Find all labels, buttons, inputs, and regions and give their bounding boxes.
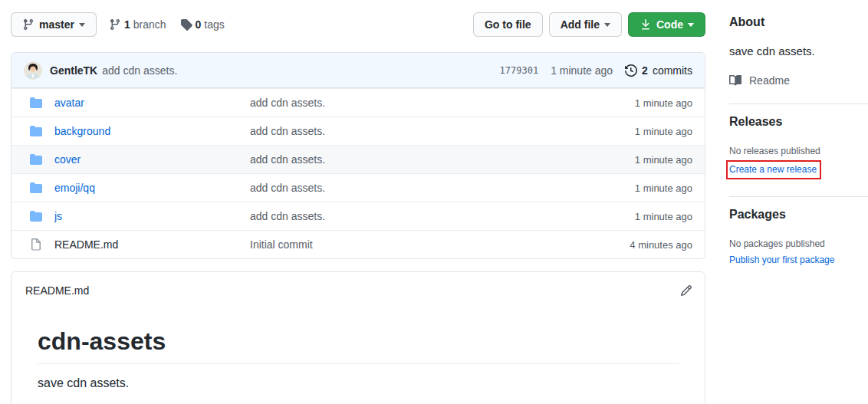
folder-icon — [30, 210, 42, 222]
file-link[interactable]: emoji/qq — [54, 182, 250, 194]
tag-count: 0 — [196, 18, 202, 31]
chevron-down-icon — [604, 23, 610, 27]
table-row: emoji/qq add cdn assets. 1 minute ago — [12, 173, 705, 202]
readme-link-label: Readme — [749, 74, 790, 87]
add-file-button[interactable]: Add file — [549, 12, 622, 37]
table-row: avatar add cdn assets. 1 minute ago — [12, 88, 705, 117]
packages-heading: Packages — [729, 208, 868, 222]
annotation-highlight: Create a new release — [726, 160, 821, 179]
table-row: README.md Initial commit 4 minutes ago — [12, 230, 705, 258]
commits-history-link[interactable]: 2 commits — [625, 64, 692, 77]
tag-icon — [180, 18, 192, 31]
commit-message-link[interactable]: add cdn assets. — [250, 125, 585, 137]
commit-author-link[interactable]: GentleTK — [50, 64, 97, 77]
publish-package-link[interactable]: Publish your first package — [729, 254, 834, 267]
table-row: background add cdn assets. 1 minute ago — [12, 117, 705, 145]
commit-timestamp: 1 minute ago — [551, 64, 613, 77]
readme-body: cdn-assets save cdn assets. — [12, 303, 705, 404]
repo-toolbar: master 1 branch 0 tags — [11, 12, 705, 37]
chevron-down-icon — [688, 23, 694, 27]
book-icon — [729, 74, 741, 87]
history-clock-icon — [625, 64, 637, 77]
tag-count-label: tags — [204, 18, 224, 31]
file-age: 1 minute ago — [585, 97, 692, 109]
file-link[interactable]: avatar — [54, 97, 250, 109]
table-row: js add cdn assets. 1 minute ago — [12, 202, 705, 230]
readme-text: save cdn assets. — [38, 376, 679, 390]
main-column: master 1 branch 0 tags — [11, 12, 705, 404]
packages-empty-text: No packages published — [729, 237, 868, 251]
about-heading: About — [729, 15, 868, 29]
code-button-label: Code — [656, 18, 683, 31]
commit-count-label: commits — [653, 64, 692, 77]
code-button[interactable]: Code — [628, 12, 705, 37]
git-branch-icon — [109, 18, 121, 31]
file-icon — [30, 238, 42, 251]
download-icon — [639, 18, 652, 31]
file-age: 1 minute ago — [585, 154, 692, 166]
file-browser: GentleTK add cdn assets. 1779301 1 minut… — [11, 52, 705, 259]
commit-message-link[interactable]: add cdn assets. — [250, 97, 585, 109]
branches-link[interactable]: 1 branch — [109, 18, 166, 31]
file-link[interactable]: cover — [54, 153, 250, 166]
file-link[interactable]: README.md — [54, 238, 250, 251]
avatar[interactable] — [24, 61, 42, 80]
branch-count: 1 — [124, 18, 130, 31]
file-age: 1 minute ago — [585, 126, 692, 137]
releases-empty-text: No releases published — [729, 144, 868, 159]
folder-icon — [30, 97, 42, 109]
table-row: cover add cdn assets. 1 minute ago — [12, 145, 705, 173]
commit-meta: 1779301 1 minute ago 2 commits — [500, 64, 692, 77]
file-age: 4 minutes ago — [585, 239, 692, 251]
git-branch-icon — [22, 18, 35, 31]
packages-section: Packages No packages published Publish y… — [729, 196, 868, 284]
create-release-link[interactable]: Create a new release — [729, 163, 817, 176]
pencil-icon — [680, 284, 692, 297]
readme-link[interactable]: Readme — [729, 74, 790, 87]
repo-page: master 1 branch 0 tags — [0, 0, 868, 404]
commit-message-link[interactable]: add cdn assets. — [250, 210, 585, 222]
folder-icon — [30, 125, 42, 137]
commit-message-link[interactable]: Initial commit — [250, 238, 585, 251]
readme-filename: README.md — [25, 284, 89, 297]
about-section: About save cdn assets. Readme — [729, 15, 868, 103]
go-to-file-button[interactable]: Go to file — [473, 12, 543, 37]
readme-card: README.md cdn-assets save cdn assets. — [11, 271, 705, 404]
folder-icon — [30, 182, 42, 194]
repo-sidebar: About save cdn assets. Readme Releases N… — [729, 12, 868, 404]
chevron-down-icon — [79, 23, 85, 27]
commit-sha-link[interactable]: 1779301 — [500, 65, 539, 76]
readme-header: README.md — [12, 272, 705, 303]
file-link[interactable]: js — [54, 210, 250, 222]
folder-icon — [30, 153, 42, 166]
repo-counts: 1 branch 0 tags — [109, 18, 225, 31]
releases-section: Releases No releases published Create a … — [729, 103, 868, 196]
commit-count-number: 2 — [642, 64, 648, 77]
commit-message-link[interactable]: add cdn assets. — [250, 182, 585, 194]
branch-selector-label: master — [39, 18, 74, 31]
file-age: 1 minute ago — [585, 211, 692, 222]
readme-title: cdn-assets — [38, 327, 679, 364]
edit-readme-button[interactable] — [680, 284, 692, 297]
branch-count-label: branch — [133, 18, 166, 31]
toolbar-actions: Go to file Add file Code — [473, 12, 705, 37]
repo-description: save cdn assets. — [729, 43, 868, 59]
releases-heading: Releases — [729, 115, 868, 129]
commit-message-link[interactable]: add cdn assets. — [102, 64, 177, 77]
add-file-label: Add file — [561, 18, 600, 31]
tags-link[interactable]: 0 tags — [180, 18, 225, 31]
commit-message-link[interactable]: add cdn assets. — [250, 153, 585, 166]
file-link[interactable]: background — [54, 125, 250, 137]
latest-commit-bar: GentleTK add cdn assets. 1779301 1 minut… — [12, 53, 705, 88]
branch-selector-button[interactable]: master — [11, 12, 97, 37]
file-age: 1 minute ago — [585, 182, 692, 194]
